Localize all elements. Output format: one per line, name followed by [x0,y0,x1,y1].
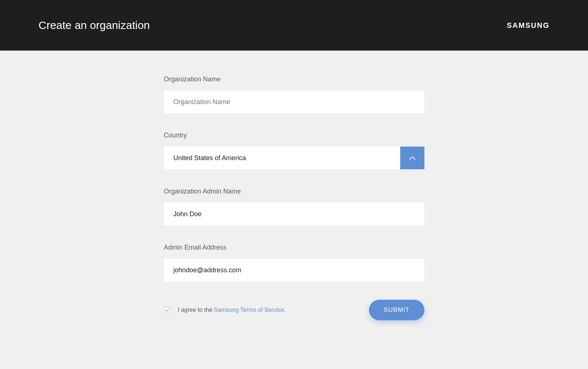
country-dropdown-button[interactable] [400,147,424,169]
org-name-input[interactable] [164,91,424,113]
country-label: Country [164,132,424,139]
agreement-section: I agree to the Samsung Terms of Service. [164,307,286,313]
admin-name-group: Organization Admin Name [164,188,424,225]
country-group: Country United States of America [164,132,424,169]
agreement-prefix: I agree to the [178,307,214,313]
checkmark-icon [165,309,169,312]
agreement-suffix: . [284,307,285,313]
admin-email-label: Admin Email Address [164,244,424,251]
country-selected-value: United States of America [164,147,400,169]
country-select[interactable]: United States of America [164,147,424,169]
admin-email-group: Admin Email Address [164,244,424,281]
agreement-text: I agree to the Samsung Terms of Service. [178,307,286,313]
org-name-group: Organization Name [164,75,424,113]
admin-email-input[interactable] [164,259,424,281]
form-container: Organization Name Country United States … [164,51,424,320]
terms-link[interactable]: Samsung Terms of Service [214,307,284,313]
admin-name-input[interactable] [164,203,424,225]
form-footer: I agree to the Samsung Terms of Service.… [164,300,424,320]
org-name-label: Organization Name [164,75,424,83]
submit-button[interactable]: SUBMIT [369,300,424,320]
agreement-checkbox[interactable] [164,307,171,313]
page-title: Create an organization [39,19,150,32]
page-header: Create an organization SAMSUNG [0,0,588,51]
samsung-logo: SAMSUNG [507,21,549,30]
admin-name-label: Organization Admin Name [164,188,424,195]
chevron-up-icon [409,156,416,160]
